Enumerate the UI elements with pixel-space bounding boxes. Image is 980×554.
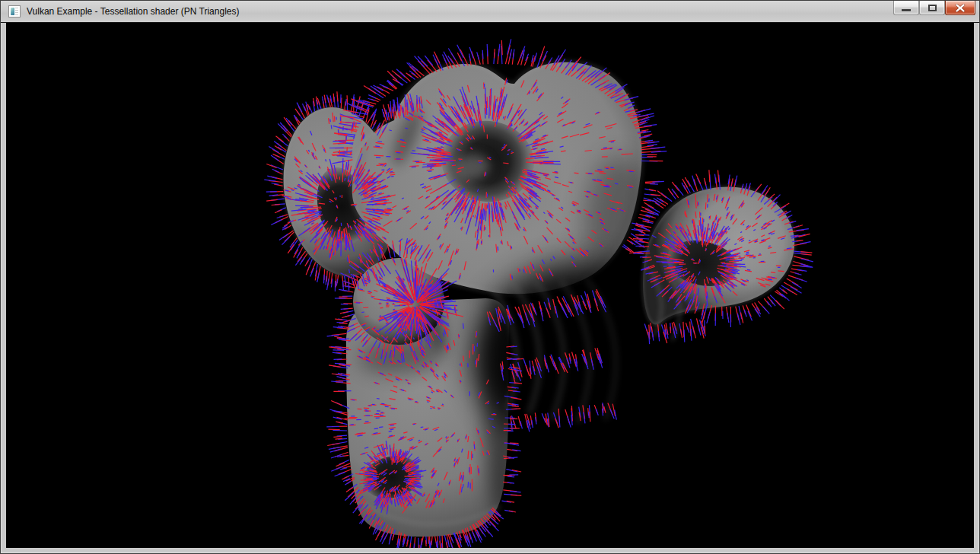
window-title: Vulkan Example - Tessellation shader (PN… (27, 1, 239, 22)
minimize-icon (902, 9, 911, 11)
minimize-button[interactable] (893, 1, 919, 15)
maximize-button[interactable] (919, 1, 945, 15)
title-bar[interactable]: Vulkan Example - Tessellation shader (PN… (1, 1, 979, 23)
tessellation-render (6, 23, 974, 548)
close-button[interactable] (945, 1, 975, 15)
app-icon[interactable] (8, 5, 21, 18)
app-icon-pane (11, 8, 14, 15)
app-icon-lines (15, 8, 18, 15)
maximize-icon (928, 5, 937, 11)
render-viewport[interactable] (6, 23, 974, 548)
caption-buttons (893, 1, 975, 15)
close-icon (955, 4, 966, 12)
app-window: Vulkan Example - Tessellation shader (PN… (0, 0, 980, 554)
